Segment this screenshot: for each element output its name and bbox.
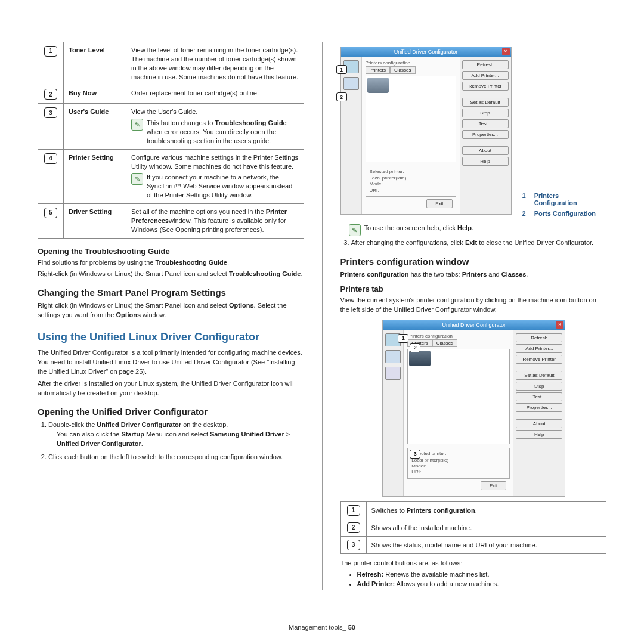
selected-printer-box: Selected printer: Local printer(idle) Mo… xyxy=(407,448,510,479)
smart-panel-table: 1 Toner Level View the level of toner re… xyxy=(38,42,304,239)
ss-callout-2: 2 xyxy=(410,343,420,352)
callout-2: 2 xyxy=(44,89,57,100)
help-button[interactable]: Help xyxy=(462,157,509,166)
properties-button[interactable]: Properties... xyxy=(516,403,562,412)
ports-config-icon[interactable] xyxy=(343,77,359,90)
printer-icon xyxy=(367,78,389,93)
table-row: 5 Driver Setting Set all of the machine … xyxy=(38,203,304,238)
row-desc: Configure various machine settings in th… xyxy=(126,149,304,203)
window-titlebar: Unified Driver Configurator× xyxy=(383,320,565,330)
list-item: Refresh: Renews the available machines l… xyxy=(357,571,607,578)
note-icon: ✎ xyxy=(131,173,143,185)
callout-5: 5 xyxy=(44,208,57,218)
add-printer-button[interactable]: Add Printer... xyxy=(462,71,509,80)
heading-opening-unified: Opening the Unified Driver Configurator xyxy=(38,407,304,417)
help-note: To use the on screen help, click Help. xyxy=(364,224,473,236)
exit-button[interactable]: Exit xyxy=(481,481,506,490)
paragraph: Right-click (in Windows or Linux) the Sm… xyxy=(38,270,304,279)
button-column: Refresh Add Printer... Remove Printer Se… xyxy=(513,330,565,496)
list-item: Add Printer: Allows you to add a new mac… xyxy=(357,580,607,587)
paragraph: The Unified Driver Configurator is a too… xyxy=(38,348,304,377)
callout-4: 4 xyxy=(44,153,57,164)
scanners-icon[interactable] xyxy=(385,350,401,363)
bullet-list: Refresh: Renews the available machines l… xyxy=(340,571,607,587)
ss-callout-1: 1 xyxy=(398,334,408,343)
page-footer: Management tools_ 50 xyxy=(0,624,644,631)
screenshot-legend-1: 1Printers Configuration 2Ports Configura… xyxy=(518,190,607,219)
refresh-button[interactable]: Refresh xyxy=(516,333,562,342)
button-column: Refresh Add Printer... Remove Printer Se… xyxy=(460,57,511,214)
callout-table-2: 1Switches to Printers configuration. 2Sh… xyxy=(340,501,607,554)
refresh-button[interactable]: Refresh xyxy=(462,60,509,69)
set-default-button[interactable]: Set as Default xyxy=(462,98,509,107)
ss-callout-1: 1 xyxy=(336,65,347,74)
about-button[interactable]: About xyxy=(516,419,562,428)
table-row: 2Shows all of the installed machine. xyxy=(340,519,606,536)
row-desc: View the level of toner remaining in the… xyxy=(126,42,304,85)
row-label: User's Guide xyxy=(64,104,126,149)
table-row: 1 Toner Level View the level of toner re… xyxy=(38,42,304,85)
ss-callout-2: 2 xyxy=(336,92,347,101)
right-column: Unified Driver Configurator× Printers co… xyxy=(340,42,607,590)
table-row: 4 Printer Setting Configure various mach… xyxy=(38,149,304,203)
row-desc: Order replacement toner cartridge(s) onl… xyxy=(126,85,304,104)
row-label: Driver Setting xyxy=(64,203,126,238)
window-titlebar: Unified Driver Configurator× xyxy=(341,47,511,57)
test-button[interactable]: Test... xyxy=(462,119,509,128)
properties-button[interactable]: Properties... xyxy=(462,130,509,139)
table-row: 3 User's Guide View the User's Guide. ✎T… xyxy=(38,104,304,149)
note-icon: ✎ xyxy=(349,224,361,236)
stop-button[interactable]: Stop xyxy=(462,109,509,117)
left-icon-panel xyxy=(341,57,361,214)
row-desc: View the User's Guide. ✎This button chan… xyxy=(126,104,304,149)
list-item: After changing the configurations, click… xyxy=(351,239,607,248)
callout-2: 2 xyxy=(347,522,360,533)
callout-1: 1 xyxy=(44,46,57,57)
close-icon[interactable]: × xyxy=(556,321,564,329)
paragraph: Printers configuration has the two tabs:… xyxy=(340,270,607,280)
remove-printer-button[interactable]: Remove Printer xyxy=(516,355,562,364)
heading-changing-smart-panel: Changing the Smart Panel Program Setting… xyxy=(38,287,304,298)
row-label: Printer Setting xyxy=(64,149,126,203)
close-icon[interactable]: × xyxy=(502,48,510,55)
stop-button[interactable]: Stop xyxy=(516,382,562,391)
tab-classes[interactable]: Classes xyxy=(390,66,415,74)
table-row: 1Switches to Printers configuration. xyxy=(340,501,606,519)
table-row: 3Shows the status, model name and URI of… xyxy=(340,536,606,553)
heading-printers-config-window: Printers configuration window xyxy=(340,256,607,267)
printer-list[interactable] xyxy=(407,349,510,444)
note-icon: ✎ xyxy=(131,119,143,131)
two-column-layout: 1 Toner Level View the level of toner re… xyxy=(38,42,606,590)
table-row: 2 Buy Now Order replacement toner cartri… xyxy=(38,85,304,104)
screenshot-unified-driver-1: Unified Driver Configurator× Printers co… xyxy=(340,47,512,215)
callout-1: 1 xyxy=(347,505,360,516)
remove-printer-button[interactable]: Remove Printer xyxy=(462,82,509,91)
ordered-list: Double-click the Unified Driver Configur… xyxy=(38,420,304,462)
left-icon-panel xyxy=(383,330,403,496)
callout-3: 3 xyxy=(44,107,57,118)
test-button[interactable]: Test... xyxy=(516,392,562,401)
about-button[interactable]: About xyxy=(462,146,509,155)
heading-opening-troubleshooting: Opening the Troubleshooting Guide xyxy=(38,247,304,256)
paragraph: View the current system's printer config… xyxy=(340,296,607,315)
heading-using-unified: Using the Unified Linux Driver Configura… xyxy=(38,331,304,343)
printer-list[interactable] xyxy=(366,76,456,162)
paragraph: After the driver is installed on your Li… xyxy=(38,379,304,398)
help-button[interactable]: Help xyxy=(516,430,562,439)
list-item: Double-click the Unified Driver Configur… xyxy=(48,420,304,449)
tab-classes[interactable]: Classes xyxy=(432,339,457,347)
column-divider xyxy=(322,42,323,590)
heading-printers-tab: Printers tab xyxy=(340,284,607,293)
tab-printers[interactable]: Printers xyxy=(366,66,391,74)
row-label: Buy Now xyxy=(64,85,126,104)
ss-callout-3: 3 xyxy=(410,450,420,459)
list-item: Click each button on the left to switch … xyxy=(48,453,304,462)
ports-config-icon[interactable] xyxy=(385,367,401,380)
add-printer-button[interactable]: Add Printer... xyxy=(516,344,562,353)
row-label: Toner Level xyxy=(64,42,126,85)
paragraph: Right-click (in Windows or Linux) the Sm… xyxy=(38,301,304,320)
row-desc: Set all of the machine options you need … xyxy=(126,203,304,238)
exit-button[interactable]: Exit xyxy=(426,199,452,208)
set-default-button[interactable]: Set as Default xyxy=(516,371,562,380)
ordered-list-continue: After changing the configurations, click… xyxy=(340,239,607,248)
